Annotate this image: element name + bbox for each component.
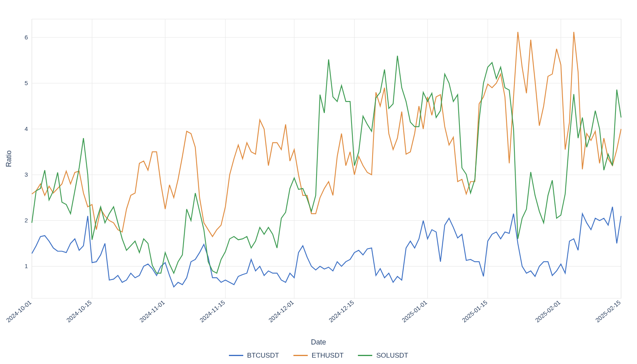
plot-area: 1234562024-10-012024-10-152024-11-012024…	[0, 0, 637, 364]
legend-item-BTCUSDT[interactable]: BTCUSDT	[229, 352, 279, 360]
x-tick-label: 2024-10-01	[5, 299, 33, 323]
legend-swatch	[293, 355, 308, 356]
y-tick-label: 6	[25, 34, 28, 41]
y-tick-label: 1	[25, 263, 28, 269]
x-tick-label: 2025-01-15	[461, 299, 488, 323]
x-tick-label: 2024-11-15	[198, 299, 226, 323]
x-tick-label: 2025-01-01	[401, 299, 428, 323]
x-tick-label: 2025-02-15	[594, 299, 622, 323]
legend-swatch	[229, 355, 243, 356]
y-axis-label: Ratio	[5, 150, 13, 167]
x-tick-label: 2024-12-01	[267, 299, 295, 323]
x-tick-label: 2025-02-01	[534, 299, 562, 323]
x-tick-label: 2024-10-15	[65, 299, 93, 323]
y-tick-label: 5	[25, 80, 28, 86]
x-axis-label: Date	[0, 338, 637, 346]
y-tick-label: 4	[25, 125, 28, 132]
legend-item-ETHUSDT[interactable]: ETHUSDT	[293, 352, 344, 360]
x-tick-label: 2024-12-15	[327, 299, 355, 323]
legend-swatch	[358, 355, 372, 356]
y-tick-label: 2	[25, 217, 28, 224]
x-tick-label: 2024-11-01	[138, 299, 166, 323]
chart-container: Long-Short Ratio on binance (Daily, 3 in…	[0, 0, 637, 364]
y-tick-label: 3	[25, 171, 28, 178]
y-axis-label-wrap: Ratio	[3, 19, 19, 298]
legend-label: ETHUSDT	[312, 352, 344, 360]
legend-label: BTCUSDT	[247, 352, 279, 360]
legend-label: SOLUSDT	[376, 352, 408, 360]
legend-item-SOLUSDT[interactable]: SOLUSDT	[358, 352, 408, 360]
legend: BTCUSDTETHUSDTSOLUSDT	[0, 350, 637, 360]
